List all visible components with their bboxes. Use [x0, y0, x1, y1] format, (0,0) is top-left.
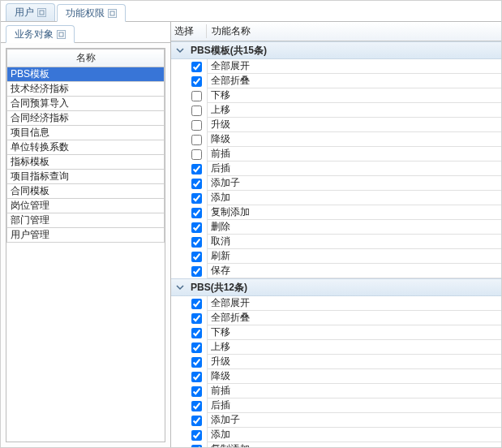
business-object-row[interactable]: 指标模板 [7, 155, 165, 170]
permission-checkbox-cell [171, 442, 207, 448]
business-object-table: 名称 PBS模板技术经济指标合同预算导入合同经济指标项目信息单位转换系数指标模板… [6, 49, 165, 243]
permission-checkbox[interactable] [191, 149, 202, 160]
permission-row[interactable]: 复制添加 [171, 442, 501, 447]
business-object-cell: 项目指标查询 [7, 170, 165, 184]
permission-checkbox-cell [171, 325, 207, 341]
business-object-row[interactable]: 岗位管理 [7, 199, 165, 213]
close-icon[interactable] [108, 9, 117, 18]
permission-row[interactable]: 前插 [171, 384, 501, 398]
permission-row[interactable]: 后插 [171, 398, 501, 413]
col-header-name[interactable]: 名称 [7, 50, 165, 67]
permission-group-header[interactable]: PBS模板(共15条) [171, 41, 501, 59]
permission-checkbox[interactable] [191, 266, 202, 277]
permission-checkbox[interactable] [191, 120, 202, 131]
permission-row[interactable]: 上移 [171, 340, 501, 355]
permission-row[interactable]: 上移 [171, 103, 501, 118]
permission-checkbox[interactable] [191, 76, 202, 87]
permission-row[interactable]: 添加子 [171, 176, 501, 191]
business-object-cell: 用户管理 [7, 228, 165, 243]
permission-checkbox-cell [171, 355, 207, 370]
permission-row[interactable]: 添加 [171, 428, 501, 442]
permission-checkbox[interactable] [191, 208, 202, 218]
permission-row[interactable]: 全部折叠 [171, 74, 501, 88]
permission-row[interactable]: 保存 [171, 264, 501, 278]
permission-checkbox-cell [171, 398, 207, 414]
permission-checkbox[interactable] [191, 313, 202, 324]
permission-row[interactable]: 复制添加 [171, 205, 501, 220]
permission-checkbox[interactable] [191, 222, 202, 233]
permission-name: 全部展开 [207, 296, 501, 311]
permission-row[interactable]: 下移 [171, 325, 501, 340]
permission-checkbox[interactable] [191, 135, 202, 145]
permission-name: 升级 [207, 355, 501, 369]
permission-checkbox[interactable] [191, 372, 202, 382]
tab-business-object[interactable]: 业务对象 [6, 25, 75, 43]
business-object-row[interactable]: 合同模板 [7, 184, 165, 199]
business-object-row[interactable]: 项目指标查询 [7, 170, 165, 184]
business-object-row[interactable]: 项目信息 [7, 126, 165, 140]
permission-row[interactable]: 删除 [171, 220, 501, 235]
business-object-row[interactable]: 合同经济指标 [7, 111, 165, 126]
top-tab[interactable]: 用户 [6, 3, 55, 21]
permission-checkbox-cell [171, 384, 207, 399]
permission-row[interactable]: 降级 [171, 132, 501, 147]
permission-checkbox[interactable] [191, 342, 202, 353]
permission-row[interactable]: 下移 [171, 88, 501, 103]
svg-rect-2 [59, 32, 63, 37]
permission-checkbox[interactable] [191, 445, 202, 448]
permission-row[interactable]: 全部展开 [171, 296, 501, 311]
permission-row[interactable]: 全部折叠 [171, 311, 501, 325]
business-object-row[interactable]: 部门管理 [7, 213, 165, 228]
permission-checkbox[interactable] [191, 299, 202, 309]
business-object-cell: 指标模板 [7, 155, 165, 170]
permission-checkbox[interactable] [191, 106, 202, 116]
permission-row[interactable]: 刷新 [171, 249, 501, 264]
permission-name: 保存 [207, 264, 501, 278]
permission-checkbox[interactable] [191, 193, 202, 204]
permission-checkbox[interactable] [191, 328, 202, 338]
permission-checkbox[interactable] [191, 401, 202, 411]
top-tab[interactable]: 功能权限 [57, 4, 126, 22]
permission-checkbox[interactable] [191, 237, 202, 248]
col-header-select[interactable]: 选择 [174, 24, 207, 38]
business-object-row[interactable]: 技术经济指标 [7, 82, 165, 97]
permission-group-header[interactable]: PBS(共12条) [171, 278, 501, 296]
permission-name: 添加子 [207, 413, 501, 428]
permission-checkbox[interactable] [191, 91, 202, 101]
permission-checkbox[interactable] [191, 416, 202, 426]
permission-checkbox[interactable] [191, 430, 202, 441]
permission-checkbox[interactable] [191, 252, 202, 262]
permission-row[interactable]: 取消 [171, 235, 501, 249]
permission-checkbox[interactable] [191, 357, 202, 368]
permission-checkbox-cell [171, 88, 207, 104]
permission-name: 取消 [207, 235, 501, 249]
permission-checkbox[interactable] [191, 164, 202, 174]
business-object-row[interactable]: 用户管理 [7, 228, 165, 243]
permission-name: 添加 [207, 191, 501, 205]
permission-row[interactable]: 添加子 [171, 413, 501, 428]
close-icon[interactable] [57, 30, 66, 39]
business-object-cell: 技术经济指标 [7, 82, 165, 97]
business-object-row[interactable]: PBS模板 [7, 67, 165, 82]
close-icon[interactable] [37, 8, 46, 17]
business-object-row[interactable]: 合同预算导入 [7, 97, 165, 111]
permission-name: 复制添加 [207, 442, 501, 447]
business-object-cell: 单位转换系数 [7, 140, 165, 155]
permission-grid-body[interactable]: PBS模板(共15条)全部展开全部折叠下移上移升级降级前插后插添加子添加复制添加… [171, 41, 501, 447]
permission-name: 下移 [207, 88, 501, 103]
permission-checkbox-cell [171, 340, 207, 355]
top-tab-strip: 用户功能权限 [1, 1, 501, 22]
permission-checkbox[interactable] [191, 62, 202, 72]
permission-row[interactable]: 升级 [171, 355, 501, 369]
permission-row[interactable]: 前插 [171, 147, 501, 162]
permission-row[interactable]: 添加 [171, 191, 501, 205]
permission-row[interactable]: 升级 [171, 118, 501, 132]
permission-checkbox[interactable] [191, 179, 202, 189]
permission-row[interactable]: 后插 [171, 162, 501, 176]
permission-row[interactable]: 降级 [171, 369, 501, 384]
permission-checkbox[interactable] [191, 386, 202, 397]
permission-row[interactable]: 全部展开 [171, 59, 501, 74]
business-object-row[interactable]: 单位转换系数 [7, 140, 165, 155]
col-header-func-name[interactable]: 功能名称 [207, 24, 251, 38]
permission-name: 升级 [207, 118, 501, 132]
